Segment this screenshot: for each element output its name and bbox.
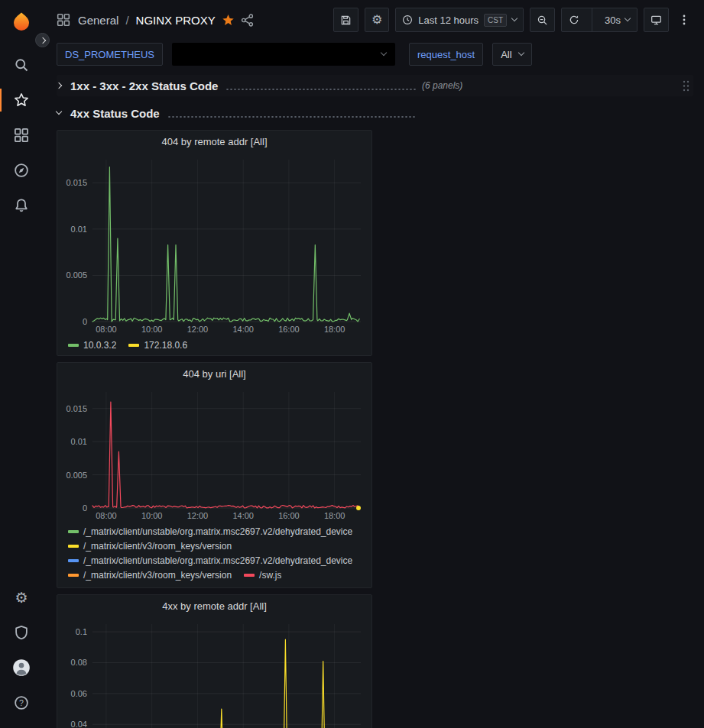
- panel-legend: /_matrix/client/unstable/org.matrix.msc2…: [57, 523, 371, 587]
- legend-item[interactable]: /_matrix/client/v3/room_keys/version: [68, 569, 232, 581]
- sidebar: ⚙ ?: [0, 0, 43, 728]
- svg-text:0.005: 0.005: [66, 471, 87, 480]
- panel-title[interactable]: 404 by uri [All]: [57, 363, 371, 384]
- panels-grid: 404 by remote addr [All]08:0010:0012:001…: [57, 130, 693, 728]
- panel-legend: 10.0.3.2172.18.0.6: [57, 337, 371, 355]
- datasource-variable-label[interactable]: DS_PROMETHEUS: [57, 43, 163, 66]
- time-series-chart[interactable]: 08:0010:0012:0014:0016:0018:0000.020.040…: [57, 616, 371, 728]
- legend-label: 172.18.0.6: [144, 339, 187, 351]
- chevron-down-icon: [381, 50, 387, 56]
- svg-text:0.04: 0.04: [71, 720, 87, 728]
- zoom-out-time-button[interactable]: [530, 8, 555, 32]
- sidebar-item-server-admin[interactable]: [0, 615, 43, 650]
- dashboards-icon: [14, 128, 29, 143]
- row-panel-count: (6 panels): [422, 80, 462, 91]
- legend-item[interactable]: /_matrix/client/unstable/org.matrix.msc2…: [68, 526, 352, 538]
- panel-title[interactable]: 404 by remote addr [All]: [57, 131, 371, 152]
- expand-sidebar-button[interactable]: [35, 33, 50, 47]
- legend-color-marker: [244, 574, 255, 577]
- svg-text:0.015: 0.015: [66, 404, 87, 413]
- variables-bar: DS_PROMETHEUS request_host All: [43, 40, 704, 69]
- sidebar-item-starred[interactable]: [0, 83, 43, 118]
- time-series-chart[interactable]: 08:0010:0012:0014:0016:0018:0000.0050.01…: [57, 152, 371, 337]
- svg-text:12:00: 12:00: [187, 325, 209, 334]
- panel: 404 by uri [All]08:0010:0012:0014:0016:0…: [57, 362, 372, 588]
- tv-mode-button[interactable]: [644, 8, 669, 32]
- row-title: 4xx Status Code: [70, 107, 160, 120]
- request-host-variable-label[interactable]: request_host: [409, 43, 483, 66]
- sidebar-item-alerting[interactable]: [0, 188, 43, 223]
- panel: 404 by remote addr [All]08:0010:0012:001…: [57, 130, 372, 356]
- row-drag-handle[interactable]: [682, 79, 690, 92]
- svg-text:16:00: 16:00: [278, 511, 300, 520]
- breadcrumb-separator: /: [125, 14, 128, 27]
- drag-dots-icon: [682, 79, 690, 92]
- svg-text:10:00: 10:00: [141, 325, 163, 334]
- sidebar-item-configuration[interactable]: ⚙: [0, 580, 43, 615]
- refresh-icon: [569, 15, 579, 25]
- legend-color-marker: [68, 559, 79, 562]
- row-header-1xx-3xx-2xx[interactable]: 1xx - 3xx - 2xx Status Code(6 panels): [57, 75, 693, 96]
- row-header-4xx[interactable]: 4xx Status Code: [57, 102, 693, 124]
- gear-icon: ⚙: [371, 14, 382, 26]
- panel: 4xx by remote addr [All]08:0010:0012:001…: [57, 594, 372, 728]
- legend-label: 10.0.3.2: [83, 339, 116, 351]
- more-options-button[interactable]: [675, 8, 693, 32]
- legend-label: /_matrix/client/v3/room_keys/version: [83, 569, 232, 581]
- grafana-logo[interactable]: [0, 6, 43, 37]
- refresh-interval-dropdown[interactable]: 30s: [598, 8, 637, 31]
- svg-text:0: 0: [83, 503, 87, 513]
- save-dashboard-button[interactable]: [333, 8, 358, 32]
- monitor-icon: [650, 15, 662, 26]
- apps-grid-icon[interactable]: [57, 13, 70, 27]
- row-header-left: 4xx Status Code: [57, 107, 422, 120]
- refresh-button-group: 30s: [561, 8, 637, 32]
- datasource-select[interactable]: [172, 43, 395, 66]
- legend-item[interactable]: /sw.js: [244, 569, 281, 581]
- legend-color-marker: [128, 344, 139, 347]
- zoom-out-icon: [537, 15, 548, 26]
- refresh-button[interactable]: [562, 8, 586, 31]
- kebab-menu-icon: [679, 14, 689, 26]
- favorite-star-icon[interactable]: [222, 14, 235, 27]
- sidebar-item-explore[interactable]: [0, 153, 43, 188]
- svg-text:?: ?: [19, 698, 24, 707]
- svg-text:12:00: 12:00: [187, 511, 209, 520]
- svg-text:0.015: 0.015: [66, 178, 87, 187]
- button-divider: [592, 8, 592, 31]
- timezone-badge: CST: [484, 14, 507, 27]
- legend-color-marker: [68, 344, 79, 347]
- breadcrumb-folder[interactable]: General: [78, 14, 118, 27]
- share-icon[interactable]: [241, 14, 254, 27]
- compass-icon: [14, 163, 29, 178]
- chevron-right-icon: [39, 37, 45, 43]
- svg-text:0.01: 0.01: [71, 437, 87, 446]
- sidebar-item-help[interactable]: ?: [0, 685, 43, 720]
- time-series-chart[interactable]: 08:0010:0012:0014:0016:0018:0000.0050.01…: [57, 384, 371, 523]
- request-host-select[interactable]: All: [492, 43, 531, 66]
- dashboard-rows: 1xx - 3xx - 2xx Status Code(6 panels)4xx…: [43, 69, 704, 728]
- sidebar-item-dashboards[interactable]: [0, 118, 43, 153]
- panel-title[interactable]: 4xx by remote addr [All]: [57, 595, 371, 616]
- legend-item[interactable]: 172.18.0.6: [128, 339, 187, 351]
- time-range-picker[interactable]: Last 12 hours CST: [395, 8, 524, 32]
- legend-label: /_matrix/client/v3/room_keys/version: [83, 540, 232, 552]
- sidebar-item-search[interactable]: [0, 47, 43, 83]
- svg-text:0.08: 0.08: [71, 658, 87, 667]
- request-host-select-value: All: [501, 49, 511, 60]
- svg-text:18:00: 18:00: [324, 325, 346, 334]
- top-bar: General / NGINX PROXY ⚙ Last 12 hours CS…: [43, 0, 704, 40]
- svg-text:10:00: 10:00: [141, 511, 163, 520]
- dashboard-settings-button[interactable]: ⚙: [365, 8, 389, 32]
- grafana-flame-icon: [11, 11, 31, 31]
- svg-text:0: 0: [83, 317, 87, 326]
- legend-item[interactable]: /_matrix/client/unstable/org.matrix.msc2…: [68, 555, 352, 567]
- breadcrumb: General / NGINX PROXY: [78, 14, 216, 27]
- legend-item[interactable]: 10.0.3.2: [68, 339, 116, 351]
- legend-item[interactable]: /_matrix/client/v3/room_keys/version: [68, 540, 232, 552]
- sidebar-item-profile[interactable]: [0, 650, 43, 685]
- bell-icon: [14, 198, 29, 213]
- gear-icon: ⚙: [15, 590, 28, 605]
- svg-text:08:00: 08:00: [96, 511, 117, 520]
- page-title: NGINX PROXY: [136, 14, 216, 27]
